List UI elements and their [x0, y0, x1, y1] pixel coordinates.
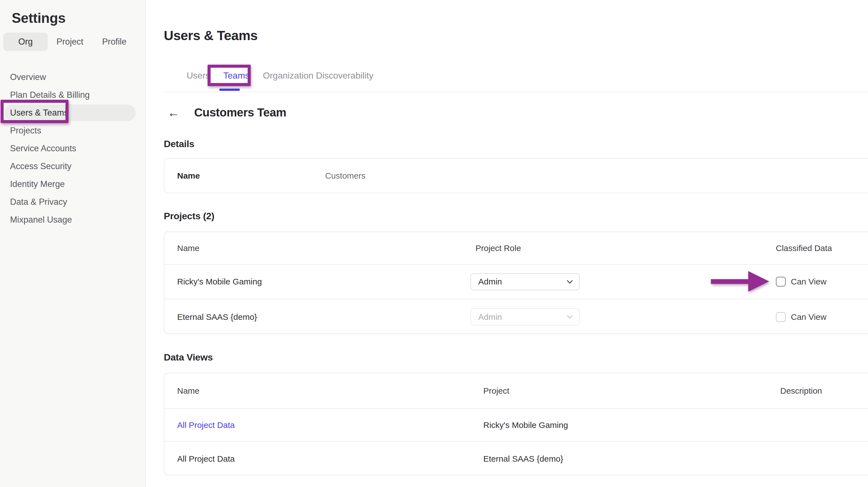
can-view-checkbox[interactable] — [776, 277, 786, 287]
project-role-dropdown-disabled: Admin — [470, 308, 580, 326]
table-row: All Project Data Eternal SAAS {demo} — [164, 442, 868, 476]
sidebar-item-projects[interactable]: Projects — [0, 122, 145, 140]
sidebar-title: Settings — [12, 10, 65, 26]
data-view-project: Ricky's Mobile Gaming — [483, 420, 780, 430]
sidebar-item-data-privacy[interactable]: Data & Privacy — [0, 193, 145, 211]
settings-page: Settings Org Project Profile Overview Pl… — [0, 0, 868, 487]
details-heading: Details — [164, 139, 194, 149]
projects-table-header: Name Project Role Classified Data — [164, 232, 868, 265]
sidebar-item-plan-details-billing[interactable]: Plan Details & Billing — [0, 86, 145, 104]
chevron-down-icon — [567, 313, 573, 319]
tab-organization-discoverability[interactable]: Organization Discoverability — [263, 70, 374, 81]
data-views-heading: Data Views — [164, 352, 213, 363]
column-header-project-role: Project Role — [470, 243, 776, 253]
table-row: Ricky's Mobile Gaming Admin Can View — [164, 265, 868, 299]
sidebar-item-mixpanel-usage[interactable]: Mixpanel Usage — [0, 211, 145, 229]
active-tab-indicator — [219, 89, 240, 91]
settings-sidebar: Settings Org Project Profile Overview Pl… — [0, 0, 146, 487]
chevron-down-icon — [567, 277, 573, 283]
page-title: Users & Teams — [164, 28, 258, 43]
tabs-divider — [164, 92, 868, 92]
main-tabs: Users Teams Organization Discoverability — [187, 68, 373, 83]
sidebar-item-service-accounts[interactable]: Service Accounts — [0, 140, 145, 157]
data-views-table-header: Name Project Description — [164, 373, 868, 409]
data-view-name-link[interactable]: All Project Data — [164, 420, 483, 430]
details-card: Name Customers — [164, 158, 868, 193]
project-role-value: Admin — [478, 312, 502, 322]
back-arrow-icon[interactable]: ← — [167, 106, 180, 119]
scope-tab-profile[interactable]: Profile — [92, 33, 136, 51]
scope-tab-org[interactable]: Org — [3, 33, 48, 51]
sidebar-item-access-security[interactable]: Access Security — [0, 157, 145, 175]
main-content: Users & Teams Users Teams Organization D… — [146, 0, 868, 487]
column-header-classified-data: Classified Data — [776, 243, 868, 253]
sidebar-item-overview[interactable]: Overview — [0, 68, 145, 86]
data-view-project: Eternal SAAS {demo} — [483, 454, 780, 464]
team-title: Customers Team — [194, 106, 286, 119]
project-role-value: Admin — [478, 277, 502, 286]
can-view-checkbox[interactable] — [776, 312, 786, 322]
tab-teams[interactable]: Teams — [223, 70, 250, 81]
project-role-dropdown[interactable]: Admin — [470, 273, 580, 290]
project-name: Eternal SAAS {demo} — [164, 312, 470, 322]
sidebar-item-identity-merge[interactable]: Identity Merge — [0, 175, 145, 193]
table-row: Eternal SAAS {demo} Admin Can View — [164, 299, 868, 335]
details-name-label: Name — [177, 171, 325, 181]
data-views-table: Name Project Description All Project Dat… — [164, 373, 868, 475]
projects-heading: Projects (2) — [164, 211, 215, 221]
column-header-name: Name — [164, 243, 470, 253]
team-header: ← Customers Team — [167, 106, 286, 119]
can-view-label: Can View — [791, 277, 827, 286]
sidebar-item-users-teams[interactable]: Users & Teams — [0, 104, 145, 122]
tab-users[interactable]: Users — [187, 70, 210, 81]
data-view-name: All Project Data — [164, 454, 483, 464]
column-header-name: Name — [164, 386, 483, 396]
sidebar-menu: Overview Plan Details & Billing Users & … — [0, 68, 145, 229]
column-header-project: Project — [483, 386, 780, 396]
project-name: Ricky's Mobile Gaming — [164, 277, 470, 286]
details-name-value: Customers — [325, 171, 366, 181]
column-header-description: Description — [780, 386, 868, 396]
scope-tabs: Org Project Profile — [3, 33, 136, 51]
projects-table: Name Project Role Classified Data Ricky'… — [164, 232, 868, 334]
table-row: All Project Data Ricky's Mobile Gaming — [164, 409, 868, 442]
scope-tab-project[interactable]: Project — [48, 33, 92, 51]
can-view-label: Can View — [791, 312, 827, 322]
